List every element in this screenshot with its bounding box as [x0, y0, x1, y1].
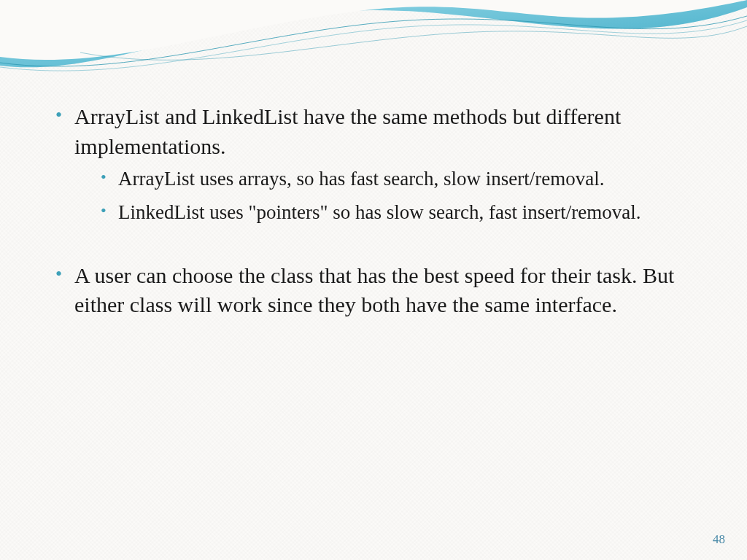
bullet-1-sub-2: LinkedList uses "pointers" so has slow s… [99, 199, 694, 225]
bullet-1-sub-2-text: LinkedList uses "pointers" so has slow s… [118, 201, 640, 223]
bullet-2-text: A user can choose the class that has the… [74, 263, 674, 317]
bullet-1-sub-1: ArrayList uses arrays, so has fast searc… [99, 166, 694, 192]
bullet-1: ArrayList and LinkedList have the same m… [53, 102, 694, 226]
header-swoosh [0, 0, 747, 117]
slide-body: ArrayList and LinkedList have the same m… [53, 102, 694, 327]
bullet-1-text: ArrayList and LinkedList have the same m… [74, 104, 621, 158]
bullet-2: A user can choose the class that has the… [53, 261, 694, 320]
bullet-1-sub-1-text: ArrayList uses arrays, so has fast searc… [118, 168, 605, 190]
page-number: 48 [713, 532, 725, 547]
